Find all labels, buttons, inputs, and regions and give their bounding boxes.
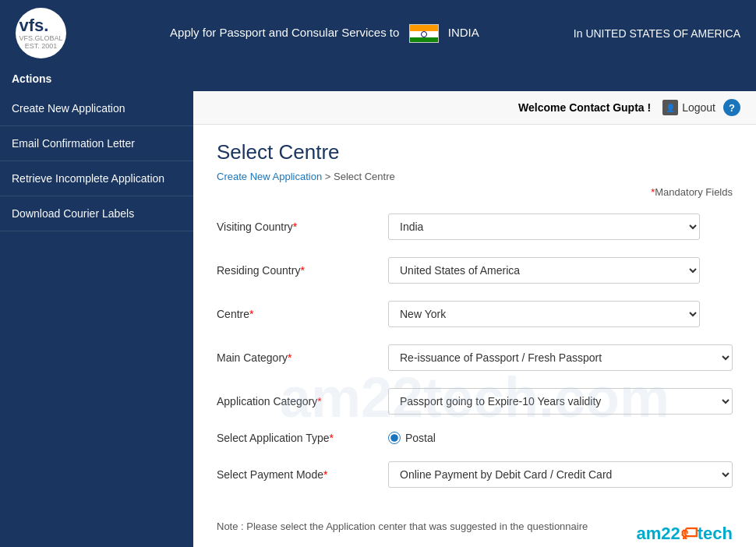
brand-logo: am22🏷tech: [636, 524, 733, 544]
breadcrumb-separator: >: [325, 171, 334, 182]
sidebar-item-email-confirmation[interactable]: Email Confirmation Letter: [0, 126, 193, 161]
form-area: Select Centre Create New Application > S…: [193, 125, 756, 547]
page-title: Select Centre: [217, 140, 733, 164]
main-category-select[interactable]: Re-issuance of Passport / Fresh Passport…: [388, 344, 733, 371]
content-area: Welcome Contact Gupta ! 👤 Logout ? Selec…: [193, 91, 756, 547]
region-text: In UNITED STATES OF AMERICA: [574, 27, 740, 40]
application-category-select[interactable]: Passport going to Expire-10 Years validi…: [388, 388, 733, 415]
postal-label: Postal: [405, 432, 436, 444]
visiting-country-label: Visiting Country*: [217, 221, 388, 233]
application-type-label: Select Application Type*: [217, 432, 388, 444]
visiting-country-row: Visiting Country* India Pakistan Banglad…: [217, 214, 733, 240]
bottom-section: Note : Please select the Application cen…: [217, 505, 733, 544]
payment-mode-select[interactable]: Online Payment by Debit Card / Credit Ca…: [388, 461, 733, 488]
application-type-row: Select Application Type* Postal: [217, 432, 733, 444]
brand-tech-text: tech: [698, 524, 733, 543]
form-wrapper: am22tech.com Visiting Country* India Pak…: [217, 214, 733, 547]
residing-country-label: Residing Country*: [217, 264, 388, 277]
sidebar-item-create-new-application[interactable]: Create New Application: [0, 91, 193, 126]
sidebar-item-download-courier[interactable]: Download Courier Labels: [0, 196, 193, 231]
main-category-label: Main Category*: [217, 351, 388, 364]
breadcrumb: Create New Application > Select Centre: [217, 171, 733, 182]
note-text: Note : Please select the Application cen…: [217, 521, 588, 532]
payment-mode-label: Select Payment Mode*: [217, 468, 388, 481]
header-region: In UNITED STATES OF AMERICA: [574, 27, 740, 40]
logo-circle: vfs. VFS.GLOBAL EST. 2001: [16, 8, 66, 58]
logo-est-text: EST. 2001: [19, 42, 62, 50]
brand-am-text: am22: [636, 524, 680, 543]
application-category-row: Application Category* Passport going to …: [217, 388, 733, 415]
application-category-label: Application Category*: [217, 395, 388, 408]
main-layout: Create New Application Email Confirmatio…: [0, 91, 756, 547]
help-button[interactable]: ?: [723, 99, 740, 116]
postal-radio[interactable]: [388, 432, 401, 444]
centre-select[interactable]: New York Los Angeles Chicago Houston San…: [388, 301, 700, 327]
residing-country-row: Residing Country* United States of Ameri…: [217, 257, 733, 284]
welcome-text: Welcome Contact Gupta !: [518, 101, 651, 114]
header-tagline: Apply for Passport and Consular Services…: [76, 24, 574, 43]
centre-row: Centre* New York Los Angeles Chicago Hou…: [217, 301, 733, 327]
main-category-row: Main Category* Re-issuance of Passport /…: [217, 344, 733, 371]
logout-label: Logout: [682, 101, 715, 114]
tagline-text: Apply for Passport and Consular Services…: [170, 25, 399, 38]
postal-radio-label[interactable]: Postal: [388, 432, 436, 444]
actions-label: Actions: [12, 72, 51, 85]
sidebar-item-retrieve-incomplete[interactable]: Retrieve Incomplete Application: [0, 161, 193, 196]
logo-brand-text: VFS.GLOBAL: [19, 34, 62, 42]
logout-icon: 👤: [662, 100, 678, 115]
centre-label: Centre*: [217, 308, 388, 320]
sidebar: Create New Application Email Confirmatio…: [0, 91, 193, 547]
breadcrumb-home[interactable]: Create New Application: [217, 171, 322, 182]
actions-bar: Actions: [0, 66, 756, 91]
mandatory-note: *Mandatory Fields: [217, 186, 733, 198]
residing-country-select[interactable]: United States of America Canada United K…: [388, 257, 700, 284]
header: vfs. VFS.GLOBAL EST. 2001 Apply for Pass…: [0, 0, 756, 66]
tagline-country: INDIA: [448, 25, 479, 38]
logo-vfs-text: vfs.: [19, 17, 62, 34]
brand-tag-icon: 🏷: [680, 524, 698, 543]
india-flag-icon: [409, 24, 439, 43]
payment-mode-row: Select Payment Mode* Online Payment by D…: [217, 461, 733, 488]
breadcrumb-current: Select Centre: [334, 171, 395, 182]
content-topbar: Welcome Contact Gupta ! 👤 Logout ?: [193, 91, 756, 125]
visiting-country-select[interactable]: India Pakistan Bangladesh: [388, 214, 700, 240]
logout-button[interactable]: 👤 Logout: [662, 100, 715, 115]
